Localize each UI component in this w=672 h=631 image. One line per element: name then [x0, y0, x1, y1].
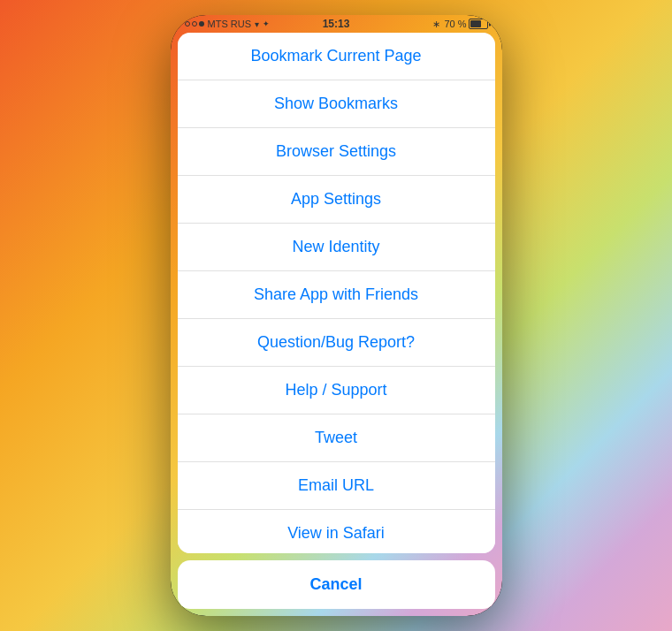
signal-dot-1	[185, 21, 190, 27]
signal-dot-3	[199, 21, 204, 27]
battery-container: 70 %	[444, 19, 487, 29]
menu-item-app-settings[interactable]: App Settings	[178, 176, 495, 224]
battery-icon	[469, 19, 488, 29]
action-sheet: Bookmark Current Page Show Bookmarks Bro…	[178, 33, 495, 553]
screen: MTS RUS ▾ ✦ 15:13 ∗ 70 % Bookmark Curren…	[171, 15, 502, 616]
status-bar: MTS RUS ▾ ✦ 15:13 ∗ 70 %	[171, 15, 502, 33]
bluetooth-icon: ∗	[432, 19, 440, 30]
battery-fill	[470, 20, 482, 27]
menu-item-show-bookmarks[interactable]: Show Bookmarks	[178, 80, 495, 128]
status-left: MTS RUS ▾ ✦	[185, 19, 271, 29]
location-icon: ✦	[263, 19, 270, 28]
cancel-button[interactable]: Cancel	[178, 560, 495, 609]
menu-item-help-support[interactable]: Help / Support	[178, 367, 495, 414]
menu-item-bookmark-current[interactable]: Bookmark Current Page	[178, 33, 495, 80]
menu-item-bug-report[interactable]: Question/Bug Report?	[178, 319, 495, 367]
menu-item-tweet[interactable]: Tweet	[178, 414, 495, 462]
carrier-name: MTS RUS	[208, 19, 252, 29]
menu-item-share-app[interactable]: Share App with Friends	[178, 271, 495, 319]
phone-frame: MTS RUS ▾ ✦ 15:13 ∗ 70 % Bookmark Curren…	[171, 15, 502, 616]
signal-strength	[185, 21, 204, 27]
menu-item-new-identity[interactable]: New Identity	[178, 224, 495, 271]
menu-item-browser-settings[interactable]: Browser Settings	[178, 128, 495, 176]
battery-percent: 70 %	[444, 19, 466, 29]
status-time: 15:13	[323, 18, 350, 30]
status-right: ∗ 70 %	[432, 19, 487, 30]
wifi-icon: ▾	[255, 19, 259, 29]
menu-item-view-safari[interactable]: View in Safari	[178, 510, 495, 553]
menu-item-email-url[interactable]: Email URL	[178, 462, 495, 510]
action-sheet-container: Bookmark Current Page Show Bookmarks Bro…	[171, 33, 502, 616]
signal-dot-2	[192, 21, 197, 27]
